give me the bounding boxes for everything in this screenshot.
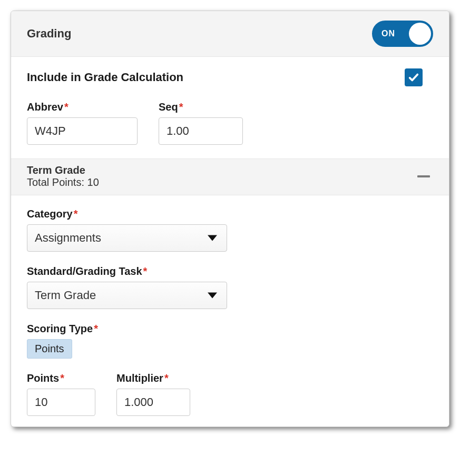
task-label-text: Standard/Grading Task: [27, 265, 142, 277]
required-mark: *: [143, 265, 148, 277]
toggle-knob: [409, 23, 431, 45]
category-value: Assignments: [35, 231, 101, 245]
points-group: Points*: [27, 372, 95, 416]
toggle-label: ON: [381, 29, 395, 38]
scoring-type-label: Scoring Type*: [27, 323, 433, 335]
category-label: Category*: [27, 208, 433, 220]
required-mark: *: [74, 208, 78, 220]
points-label: Points*: [27, 372, 95, 384]
task-block: Standard/Grading Task* Term Grade: [27, 265, 433, 309]
subheader-subtitle: Total Points: 10: [27, 176, 99, 189]
chevron-down-icon: [208, 293, 217, 299]
subheader-title: Term Grade: [27, 164, 99, 176]
task-value: Term Grade: [35, 289, 96, 302]
multiplier-input[interactable]: [116, 389, 190, 416]
seq-label-text: Seq: [159, 101, 178, 113]
seq-group: Seq*: [159, 101, 243, 145]
multiplier-group: Multiplier*: [116, 372, 190, 416]
chevron-down-icon: [208, 235, 217, 241]
scoring-type-block: Scoring Type* Points: [27, 323, 433, 359]
collapse-icon[interactable]: [417, 175, 430, 177]
category-select[interactable]: Assignments: [27, 224, 227, 252]
task-label: Standard/Grading Task*: [27, 265, 433, 277]
include-row: Include in Grade Calculation: [27, 68, 433, 86]
panel-title: Grading: [27, 27, 71, 41]
scoring-type-points-pill[interactable]: Points: [27, 339, 72, 359]
required-mark: *: [164, 372, 169, 384]
include-label: Include in Grade Calculation: [27, 71, 183, 84]
multiplier-label: Multiplier*: [116, 372, 190, 384]
abbrev-group: Abbrev*: [27, 101, 138, 145]
panel-header: Grading ON: [11, 11, 449, 57]
category-block: Category* Assignments: [27, 208, 433, 252]
points-multiplier-row: Points* Multiplier*: [27, 372, 433, 427]
required-mark: *: [64, 101, 68, 113]
abbrev-label: Abbrev*: [27, 101, 138, 113]
category-label-text: Category: [27, 208, 73, 220]
grading-toggle[interactable]: ON: [372, 21, 433, 47]
required-mark: *: [94, 323, 98, 334]
subheader-text: Term Grade Total Points: 10: [27, 164, 99, 189]
seq-input[interactable]: [159, 117, 243, 145]
scoring-type-label-text: Scoring Type: [27, 323, 93, 334]
detail-section: Category* Assignments Standard/Grading T…: [11, 195, 449, 427]
abbrev-seq-row: Abbrev* Seq*: [27, 101, 433, 145]
seq-label: Seq*: [159, 101, 243, 113]
include-checkbox[interactable]: [405, 68, 423, 86]
include-section: Include in Grade Calculation Abbrev* Seq…: [11, 57, 449, 158]
multiplier-label-text: Multiplier: [116, 372, 163, 384]
required-mark: *: [179, 101, 183, 113]
points-label-text: Points: [27, 372, 59, 384]
task-select[interactable]: Term Grade: [27, 282, 227, 309]
required-mark: *: [60, 372, 64, 384]
abbrev-label-text: Abbrev: [27, 101, 63, 113]
term-grade-subheader[interactable]: Term Grade Total Points: 10: [11, 158, 449, 195]
abbrev-input[interactable]: [27, 117, 138, 145]
grading-panel: Grading ON Include in Grade Calculation …: [11, 11, 449, 427]
check-icon: [408, 72, 419, 83]
points-input[interactable]: [27, 389, 95, 416]
